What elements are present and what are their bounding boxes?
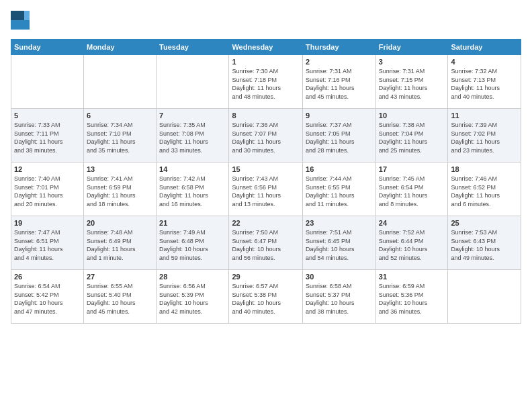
calendar-cell: 21Sunrise: 7:49 AM Sunset: 6:48 PM Dayli… xyxy=(157,216,229,270)
week-row-3: 19Sunrise: 7:47 AM Sunset: 6:51 PM Dayli… xyxy=(11,216,521,270)
calendar-cell: 27Sunrise: 6:55 AM Sunset: 5:40 PM Dayli… xyxy=(83,270,156,324)
day-number: 22 xyxy=(232,219,300,227)
day-number: 9 xyxy=(306,111,373,120)
day-number: 31 xyxy=(379,273,445,281)
day-info: Sunrise: 7:53 AM Sunset: 6:43 PM Dayligh… xyxy=(451,228,518,262)
calendar-cell: 19Sunrise: 7:47 AM Sunset: 6:51 PM Dayli… xyxy=(11,216,84,270)
day-info: Sunrise: 7:46 AM Sunset: 6:52 PM Dayligh… xyxy=(451,175,518,208)
week-row-1: 5Sunrise: 7:33 AM Sunset: 7:11 PM Daylig… xyxy=(11,109,521,163)
day-number: 12 xyxy=(14,165,81,173)
day-info: Sunrise: 7:40 AM Sunset: 7:01 PM Dayligh… xyxy=(14,175,81,208)
calendar-cell: 9Sunrise: 7:37 AM Sunset: 7:05 PM Daylig… xyxy=(303,109,376,163)
calendar-cell: 31Sunrise: 6:59 AM Sunset: 5:36 PM Dayli… xyxy=(375,270,448,324)
calendar-cell: 7Sunrise: 7:35 AM Sunset: 7:08 PM Daylig… xyxy=(157,109,229,163)
day-number: 26 xyxy=(14,273,81,281)
calendar-cell: 2Sunrise: 7:31 AM Sunset: 7:16 PM Daylig… xyxy=(303,55,376,109)
calendar-cell: 15Sunrise: 7:43 AM Sunset: 6:56 PM Dayli… xyxy=(229,163,303,216)
day-number: 8 xyxy=(232,111,300,120)
weekday-header-sunday: Sunday xyxy=(11,40,84,55)
day-number: 27 xyxy=(87,273,153,281)
calendar-cell: 29Sunrise: 6:57 AM Sunset: 5:38 PM Dayli… xyxy=(229,270,303,324)
day-info: Sunrise: 6:54 AM Sunset: 5:42 PM Dayligh… xyxy=(14,282,81,316)
weekday-header-friday: Friday xyxy=(375,40,448,55)
calendar-cell: 20Sunrise: 7:48 AM Sunset: 6:49 PM Dayli… xyxy=(83,216,156,270)
day-number: 14 xyxy=(159,165,226,173)
day-number: 18 xyxy=(451,165,518,173)
day-info: Sunrise: 7:41 AM Sunset: 6:59 PM Dayligh… xyxy=(87,175,153,208)
weekday-header-wednesday: Wednesday xyxy=(229,40,303,55)
week-row-2: 12Sunrise: 7:40 AM Sunset: 7:01 PM Dayli… xyxy=(11,163,521,216)
svg-marker-2 xyxy=(24,11,30,20)
calendar-cell: 16Sunrise: 7:44 AM Sunset: 6:55 PM Dayli… xyxy=(303,163,376,216)
calendar-cell: 28Sunrise: 6:56 AM Sunset: 5:39 PM Dayli… xyxy=(157,270,229,324)
day-info: Sunrise: 7:34 AM Sunset: 7:10 PM Dayligh… xyxy=(87,121,153,154)
calendar-cell: 12Sunrise: 7:40 AM Sunset: 7:01 PM Dayli… xyxy=(11,163,84,216)
day-info: Sunrise: 7:52 AM Sunset: 6:44 PM Dayligh… xyxy=(379,228,445,262)
day-number: 28 xyxy=(159,273,226,281)
page: SundayMondayTuesdayWednesdayThursdayFrid… xyxy=(0,0,532,411)
calendar-cell xyxy=(157,55,229,109)
day-number: 6 xyxy=(87,111,153,120)
day-number: 25 xyxy=(451,219,518,227)
calendar-cell: 11Sunrise: 7:39 AM Sunset: 7:02 PM Dayli… xyxy=(448,109,521,163)
day-info: Sunrise: 6:58 AM Sunset: 5:37 PM Dayligh… xyxy=(306,282,373,316)
day-number: 1 xyxy=(232,58,300,66)
calendar-cell: 17Sunrise: 7:45 AM Sunset: 6:54 PM Dayli… xyxy=(375,163,448,216)
day-number: 23 xyxy=(306,219,373,227)
day-info: Sunrise: 6:57 AM Sunset: 5:38 PM Dayligh… xyxy=(232,282,300,316)
calendar-cell: 13Sunrise: 7:41 AM Sunset: 6:59 PM Dayli… xyxy=(83,163,156,216)
day-number: 13 xyxy=(87,165,153,173)
day-number: 4 xyxy=(451,58,518,66)
calendar-cell: 24Sunrise: 7:52 AM Sunset: 6:44 PM Dayli… xyxy=(375,216,448,270)
day-info: Sunrise: 6:59 AM Sunset: 5:36 PM Dayligh… xyxy=(379,282,445,316)
calendar-cell: 18Sunrise: 7:46 AM Sunset: 6:52 PM Dayli… xyxy=(448,163,521,216)
weekday-header-saturday: Saturday xyxy=(448,40,521,55)
day-info: Sunrise: 7:45 AM Sunset: 6:54 PM Dayligh… xyxy=(379,175,445,208)
day-info: Sunrise: 7:42 AM Sunset: 6:58 PM Dayligh… xyxy=(159,175,226,208)
calendar-cell: 1Sunrise: 7:30 AM Sunset: 7:18 PM Daylig… xyxy=(229,55,303,109)
day-info: Sunrise: 7:30 AM Sunset: 7:18 PM Dayligh… xyxy=(232,67,300,101)
svg-rect-1 xyxy=(11,20,30,30)
day-number: 17 xyxy=(379,165,445,173)
week-row-0: 1Sunrise: 7:30 AM Sunset: 7:18 PM Daylig… xyxy=(11,55,521,109)
day-number: 15 xyxy=(232,165,300,173)
day-info: Sunrise: 7:33 AM Sunset: 7:11 PM Dayligh… xyxy=(14,121,81,154)
weekday-header-monday: Monday xyxy=(83,40,156,55)
weekday-header-tuesday: Tuesday xyxy=(157,40,229,55)
day-number: 20 xyxy=(87,219,153,227)
logo-icon xyxy=(11,11,30,30)
calendar-cell: 30Sunrise: 6:58 AM Sunset: 5:37 PM Dayli… xyxy=(303,270,376,324)
day-number: 5 xyxy=(14,111,81,120)
calendar-cell: 10Sunrise: 7:38 AM Sunset: 7:04 PM Dayli… xyxy=(375,109,448,163)
day-number: 29 xyxy=(232,273,300,281)
day-number: 19 xyxy=(14,219,81,227)
day-info: Sunrise: 7:50 AM Sunset: 6:47 PM Dayligh… xyxy=(232,228,300,262)
day-number: 2 xyxy=(306,58,373,66)
day-number: 11 xyxy=(451,111,518,120)
day-info: Sunrise: 7:44 AM Sunset: 6:55 PM Dayligh… xyxy=(306,175,373,208)
day-info: Sunrise: 7:49 AM Sunset: 6:48 PM Dayligh… xyxy=(159,228,226,262)
day-info: Sunrise: 7:38 AM Sunset: 7:04 PM Dayligh… xyxy=(379,121,445,154)
day-info: Sunrise: 7:31 AM Sunset: 7:15 PM Dayligh… xyxy=(379,67,445,101)
week-row-4: 26Sunrise: 6:54 AM Sunset: 5:42 PM Dayli… xyxy=(11,270,521,324)
day-info: Sunrise: 7:39 AM Sunset: 7:02 PM Dayligh… xyxy=(451,121,518,154)
calendar-cell xyxy=(83,55,156,109)
calendar-cell: 25Sunrise: 7:53 AM Sunset: 6:43 PM Dayli… xyxy=(448,216,521,270)
day-info: Sunrise: 7:43 AM Sunset: 6:56 PM Dayligh… xyxy=(232,175,300,208)
weekday-header-thursday: Thursday xyxy=(303,40,376,55)
day-number: 21 xyxy=(159,219,226,227)
calendar-cell: 23Sunrise: 7:51 AM Sunset: 6:45 PM Dayli… xyxy=(303,216,376,270)
header xyxy=(11,11,521,32)
day-info: Sunrise: 7:31 AM Sunset: 7:16 PM Dayligh… xyxy=(306,67,373,101)
calendar-cell: 8Sunrise: 7:36 AM Sunset: 7:07 PM Daylig… xyxy=(229,109,303,163)
logo xyxy=(11,11,32,32)
calendar-cell: 26Sunrise: 6:54 AM Sunset: 5:42 PM Dayli… xyxy=(11,270,84,324)
day-number: 16 xyxy=(306,165,373,173)
calendar-cell: 3Sunrise: 7:31 AM Sunset: 7:15 PM Daylig… xyxy=(375,55,448,109)
day-info: Sunrise: 7:37 AM Sunset: 7:05 PM Dayligh… xyxy=(306,121,373,154)
calendar-cell: 4Sunrise: 7:32 AM Sunset: 7:13 PM Daylig… xyxy=(448,55,521,109)
calendar-cell xyxy=(448,270,521,324)
day-number: 30 xyxy=(306,273,373,281)
day-number: 3 xyxy=(379,58,445,66)
day-info: Sunrise: 7:47 AM Sunset: 6:51 PM Dayligh… xyxy=(14,228,81,262)
